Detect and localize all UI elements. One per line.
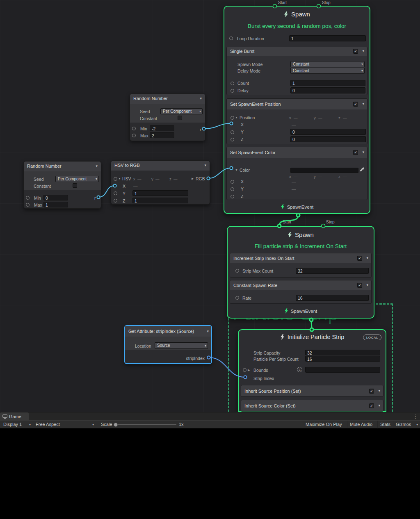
color-field[interactable] xyxy=(290,168,358,173)
set-position-checkbox[interactable]: ✓ xyxy=(353,102,358,107)
delay-field[interactable]: 0 xyxy=(290,87,365,93)
position-z-field[interactable]: 0 xyxy=(290,136,366,142)
expander-right-icon[interactable]: ▶ xyxy=(192,177,194,180)
rate-field[interactable]: 16 xyxy=(296,295,369,301)
chevron-down-icon[interactable]: ▾ xyxy=(207,329,209,333)
more-options-icon[interactable]: ⋮ xyxy=(413,414,418,419)
hsv-input-port[interactable] xyxy=(114,177,117,181)
count-field[interactable]: 1 xyxy=(290,80,365,86)
seed-dropdown[interactable]: Per Component▾ xyxy=(55,176,99,182)
hsv-y-port[interactable] xyxy=(114,191,117,195)
color-x-port[interactable] xyxy=(231,180,234,184)
inherit-position-checkbox[interactable]: ✓ xyxy=(369,389,374,394)
min-port[interactable] xyxy=(132,127,136,130)
set-color-header[interactable]: Set SpawnEvent Color ✓ ▾ xyxy=(227,147,367,158)
inherit-source-color-block[interactable]: Inherit Source Color (Set) ✓ ▾ xyxy=(241,400,383,412)
mute-audio-button[interactable]: Mute Audio xyxy=(347,421,375,428)
chevron-down-icon[interactable]: ▾ xyxy=(362,49,364,53)
increment-block-header[interactable]: Increment Strip Index On Start ✓ ▾ xyxy=(230,253,371,263)
hsv-z-field[interactable]: 1 xyxy=(132,198,188,203)
node-header[interactable]: Get Attribute: stripIndex (Source) ▾ xyxy=(125,326,211,337)
node-header[interactable]: Random Number ▾ xyxy=(24,162,101,171)
position-z-port[interactable] xyxy=(231,138,234,141)
min-port[interactable] xyxy=(26,196,30,200)
chevron-down-icon[interactable]: ▾ xyxy=(204,163,206,167)
loop-duration-port[interactable] xyxy=(229,36,233,40)
constant-checkbox[interactable] xyxy=(178,116,182,120)
chevron-down-icon[interactable]: ▾ xyxy=(366,256,368,260)
chevron-down-icon[interactable]: ▾ xyxy=(362,102,364,106)
chevron-down-icon[interactable]: ▾ xyxy=(366,283,368,287)
increment-strip-index-block[interactable]: Increment Strip Index On Start ✓ ▾ Strip… xyxy=(230,253,372,278)
delay-mode-dropdown[interactable]: Constant▾ xyxy=(290,68,365,74)
random-number-node-1[interactable]: Random Number ▾ Seed Per Component▾ Cons… xyxy=(130,93,205,141)
set-spawnevent-position-block[interactable]: Set SpawnEvent Position ✓ ▾ ▼ Position x… xyxy=(226,98,368,144)
max-port[interactable] xyxy=(132,134,136,137)
aspect-dropdown[interactable]: Free Aspect▾ xyxy=(33,421,95,428)
rate-block-header[interactable]: Constant Spawn Rate ✓ ▾ xyxy=(230,280,371,290)
spawn-context-1[interactable]: Spawn Burst every second & random pos, c… xyxy=(224,6,370,214)
strip-max-count-port[interactable] xyxy=(235,269,239,273)
random-number-node-2[interactable]: Random Number ▾ Seed Per Component▾ Cons… xyxy=(23,161,101,209)
scale-slider-track[interactable] xyxy=(116,424,176,425)
chevron-down-icon[interactable]: ▾ xyxy=(96,164,98,168)
initialize-particle-strip-context[interactable]: Initialize Particle Strip LOCAL Strip Ca… xyxy=(238,329,386,412)
inherit-source-position-block[interactable]: Inherit Source Position (Set) ✓ ▾ xyxy=(241,385,383,397)
node-header[interactable]: HSV to RGB ▾ xyxy=(111,161,210,171)
position-port[interactable] xyxy=(231,116,234,120)
single-burst-checkbox[interactable]: ✓ xyxy=(353,49,358,54)
spawn-context-2[interactable]: Spawn Fill particle strip & Increment On… xyxy=(227,226,374,319)
display-dropdown[interactable]: Display 1▾ xyxy=(1,421,32,428)
spawn-mode-dropdown[interactable]: Constant▾ xyxy=(290,61,365,67)
expander-right-icon[interactable]: ▶ xyxy=(248,369,250,372)
chevron-down-icon[interactable]: ▾ xyxy=(378,389,380,393)
chevron-down-icon[interactable]: ▾ xyxy=(378,403,380,407)
strip-max-count-field[interactable]: 32 xyxy=(296,268,369,274)
max-field[interactable]: 2 xyxy=(150,132,174,138)
color-y-port[interactable] xyxy=(231,187,234,191)
set-color-checkbox[interactable]: ✓ xyxy=(353,150,358,155)
constant-checkbox[interactable] xyxy=(73,183,77,188)
position-y-port[interactable] xyxy=(231,130,234,134)
max-field[interactable]: 1 xyxy=(43,202,68,207)
scale-slider-handle[interactable] xyxy=(114,423,118,427)
loop-duration-field[interactable]: 1 xyxy=(289,35,366,41)
constant-spawn-rate-block[interactable]: Constant Spawn Rate ✓ ▾ Rate 16 xyxy=(230,280,372,304)
increment-checkbox[interactable]: ✓ xyxy=(357,256,362,261)
local-space-badge[interactable]: LOCAL xyxy=(363,335,381,340)
tab-game[interactable]: Game xyxy=(0,412,29,421)
gizmos-dropdown[interactable]: Gizmos▾ xyxy=(393,421,419,428)
rate-port[interactable] xyxy=(235,296,239,300)
expander-down-icon[interactable]: ▼ xyxy=(235,168,238,171)
chevron-down-icon[interactable]: ▾ xyxy=(362,150,364,154)
spawn1-spawnevent-output-port[interactable] xyxy=(297,214,300,217)
bounds-field[interactable] xyxy=(305,367,380,373)
hsv-to-rgb-node[interactable]: HSV to RGB ▾ ▼ HSV x — y — z — ▶ RGB X —… xyxy=(111,160,210,205)
color-z-port[interactable] xyxy=(231,195,234,198)
seed-dropdown[interactable]: Per Component▾ xyxy=(160,108,203,114)
min-field[interactable]: -2 xyxy=(150,125,174,131)
hsv-y-field[interactable]: 1 xyxy=(132,190,188,196)
stats-button[interactable]: Stats xyxy=(377,421,393,428)
count-port[interactable] xyxy=(231,82,234,85)
expander-down-icon[interactable]: ▼ xyxy=(235,116,238,119)
max-port[interactable] xyxy=(26,203,30,207)
node-header[interactable]: Random Number ▾ xyxy=(130,94,205,104)
particle-per-strip-count-field[interactable]: 16 xyxy=(305,356,380,362)
get-attribute-node[interactable]: Get Attribute: stripIndex (Source) ▾ Loc… xyxy=(124,325,212,364)
set-position-header[interactable]: Set SpawnEvent Position ✓ ▾ xyxy=(227,99,367,109)
delay-port[interactable] xyxy=(231,89,234,93)
expander-down-icon[interactable]: ▼ xyxy=(118,177,121,180)
eyedropper-icon[interactable] xyxy=(360,167,364,172)
rate-checkbox[interactable]: ✓ xyxy=(357,283,362,288)
inherit-color-checkbox[interactable]: ✓ xyxy=(369,403,374,408)
hsv-z-port[interactable] xyxy=(114,199,117,203)
set-spawnevent-color-block[interactable]: Set SpawnEvent Color ✓ ▾ ▼ Color x — y —… xyxy=(226,147,368,200)
strip-capacity-field[interactable]: 32 xyxy=(305,350,380,355)
location-dropdown[interactable]: Source▾ xyxy=(155,342,208,349)
maximize-on-play-button[interactable]: Maximize On Play xyxy=(303,421,345,428)
chevron-down-icon[interactable]: ▾ xyxy=(200,96,202,100)
single-burst-block[interactable]: Single Burst ✓ ▾ Spawn Mode Constant▾ De… xyxy=(226,47,368,95)
position-y-field[interactable]: 0 xyxy=(290,129,366,135)
bounds-port[interactable] xyxy=(243,368,247,372)
